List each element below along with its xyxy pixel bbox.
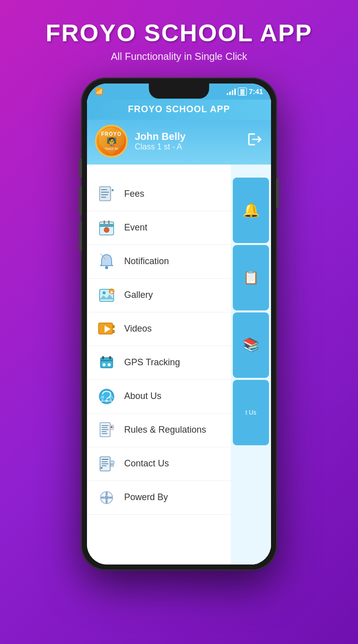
gallery-icon: ▶ [97,286,116,305]
svg-point-36 [111,426,113,428]
powered-label: Powerd By [124,492,168,503]
svg-rect-3 [101,194,108,195]
panel-card-4: t Us [233,380,269,445]
logo-shield: FROYO 🧑‍🏫 School App [99,127,124,155]
signal-bar-2 [229,92,231,95]
signal-bar-4 [234,89,236,95]
logout-button[interactable] [247,131,263,151]
signal-icon [227,88,236,95]
time-display: 7:41 [249,88,263,96]
notification-label: Notification [124,256,169,267]
fees-icon [97,185,116,204]
volume-down-button [79,221,82,251]
svg-point-27 [106,399,108,401]
about-label: About Us [124,391,161,401]
svg-rect-2 [101,192,109,193]
svg-rect-39 [102,461,108,462]
svg-rect-47 [106,492,108,496]
battery-icon: ▓ [238,88,247,96]
gps-label: GPS Tracking [124,357,180,368]
rules-label: Rules & Regulations [124,425,206,435]
mute-button [79,158,82,178]
svg-rect-10 [108,220,110,224]
svg-rect-44 [111,464,114,466]
volume-up-button [79,186,82,216]
svg-rect-20 [101,358,113,368]
panel-card-3: 📚 [233,312,269,378]
svg-rect-41 [102,465,107,466]
svg-rect-5 [112,189,114,191]
svg-point-22 [103,363,106,366]
svg-point-13 [103,291,106,294]
contact-label: Contact Us [124,458,169,469]
svg-rect-7 [100,224,114,227]
user-details: John Belly Class 1 st - A [135,131,186,151]
user-info-section: FROYO 🧑‍🏫 School App John Belly Class 1 … [87,120,271,165]
svg-rect-25 [109,356,111,359]
svg-rect-38 [102,459,109,460]
svg-rect-48 [106,500,108,504]
status-right: ▓ 7:41 [227,88,263,96]
app-title-bar: FROYO SCHOOL APP [87,100,271,120]
app-header: FROYO SCHOOL APP FROYO 🧑‍🏫 School App Jo… [87,100,271,165]
power-button [276,178,279,208]
videos-icon [97,319,116,339]
svg-rect-30 [102,425,109,426]
svg-rect-19 [113,330,115,333]
svg-rect-33 [102,431,107,432]
contact-icon [97,454,116,473]
panel-card-2: 📋 [233,245,269,310]
fees-label: Fees [124,189,144,199]
user-class: Class 1 st - A [135,142,186,151]
right-panel: 🔔 📋 📚 t Us [231,100,271,565]
notch [149,84,209,99]
svg-point-8 [104,227,109,232]
signal-bar-3 [232,90,233,95]
logo-text-school: School App [101,146,121,151]
svg-rect-34 [102,433,108,434]
svg-rect-0 [100,187,111,201]
phone-frame: 📶 ▓ 7:41 🔔 📋 📚 [81,77,277,571]
event-icon [97,218,116,237]
page-title: FROYO SCHOOL APP [46,20,313,47]
powered-icon [97,488,116,507]
svg-rect-21 [101,360,113,361]
videos-label: Videos [124,324,152,334]
svg-rect-4 [101,197,106,198]
svg-point-46 [105,496,109,500]
page-header: FROYO SCHOOL APP All Functionality in Si… [36,0,323,72]
svg-rect-43 [110,461,114,464]
rules-icon [97,421,116,440]
notification-icon [97,252,116,271]
svg-point-42 [101,467,103,469]
gps-icon [97,353,116,372]
logo-text-froyo: FROYO [101,131,122,137]
svg-rect-24 [102,356,104,359]
app-logo: FROYO 🧑‍🏫 School App [95,125,128,157]
svg-rect-49 [101,497,105,499]
svg-rect-9 [104,220,105,224]
svg-point-11 [105,266,108,269]
svg-point-23 [108,363,111,366]
status-left: 📶 [95,88,103,95]
svg-rect-18 [113,325,115,328]
svg-rect-50 [109,497,113,499]
phone-screen: 📶 ▓ 7:41 🔔 📋 📚 [87,84,271,565]
page-subtitle: All Functionality in Single Click [46,51,313,62]
app-title-text: FROYO SCHOOL APP [95,104,263,115]
panel-card-1: 🔔 [233,178,269,243]
logo-mascot: 🧑‍🏫 [107,137,117,146]
gallery-label: Gallery [124,290,153,300]
svg-rect-40 [102,463,109,464]
about-icon [97,387,116,406]
user-name: John Belly [135,131,186,142]
wifi-icon: 📶 [95,88,103,95]
event-label: Event [124,222,147,233]
signal-bar-1 [227,93,228,95]
svg-rect-1 [101,189,107,190]
svg-rect-31 [102,427,108,428]
svg-rect-32 [102,429,109,430]
